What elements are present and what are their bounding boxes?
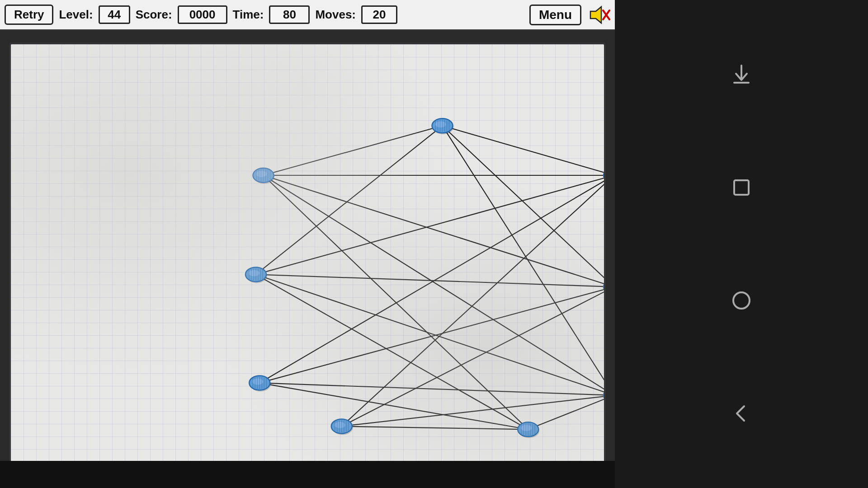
- level-value: 44: [99, 5, 130, 24]
- graph-node[interactable]: [331, 419, 353, 435]
- graph-node[interactable]: [518, 422, 539, 438]
- svg-rect-95: [734, 180, 749, 195]
- sound-toggle-button[interactable]: [587, 3, 610, 27]
- download-button[interactable]: [727, 60, 756, 89]
- download-icon: [731, 64, 752, 85]
- graph-edge: [443, 126, 604, 395]
- top-bar: Retry Level: 44 Score: 0000 Time: 80 Mov…: [0, 0, 615, 31]
- graph-edge: [259, 383, 604, 395]
- graph-node[interactable]: [604, 388, 604, 404]
- graph-edge: [256, 126, 443, 274]
- bottom-bar: [0, 461, 615, 488]
- graph-edge: [256, 274, 604, 286]
- sound-icon: [587, 3, 610, 27]
- graph-node[interactable]: [253, 168, 275, 184]
- circle-button[interactable]: [727, 286, 756, 315]
- graph-edge: [342, 287, 604, 427]
- graph-node[interactable]: [249, 375, 271, 391]
- graph-edge: [342, 426, 528, 429]
- time-value: 80: [269, 5, 310, 24]
- android-sidebar: [615, 0, 868, 488]
- circle-icon: [731, 290, 752, 311]
- graph-node[interactable]: [604, 280, 604, 296]
- graph-edge: [264, 175, 604, 395]
- score-value: 0000: [178, 5, 227, 24]
- square-button[interactable]: [727, 173, 756, 202]
- moves-value: 20: [361, 5, 397, 24]
- game-board[interactable]: [9, 42, 606, 476]
- graph-edge: [264, 126, 443, 175]
- back-icon: [731, 403, 752, 424]
- canvas-wrap: [0, 31, 615, 488]
- svg-marker-0: [590, 7, 601, 23]
- back-button[interactable]: [727, 399, 756, 428]
- graph-edge: [443, 126, 604, 175]
- score-label: Score:: [136, 8, 172, 22]
- graph-node[interactable]: [245, 267, 267, 283]
- svg-point-24: [604, 168, 604, 183]
- graph-edge: [256, 175, 604, 274]
- svg-point-64: [604, 388, 604, 403]
- game-area: Retry Level: 44 Score: 0000 Time: 80 Mov…: [0, 0, 615, 488]
- graph-edge: [259, 175, 604, 383]
- level-label: Level:: [59, 8, 93, 22]
- moves-label: Moves:: [315, 8, 356, 22]
- svg-point-96: [733, 292, 750, 309]
- time-label: Time:: [233, 8, 264, 22]
- graph-edge: [259, 287, 604, 383]
- square-icon: [731, 177, 752, 198]
- graph-edge: [342, 395, 604, 427]
- retry-button[interactable]: Retry: [5, 5, 53, 25]
- graph-svg: [11, 44, 604, 474]
- menu-button[interactable]: Menu: [529, 5, 581, 25]
